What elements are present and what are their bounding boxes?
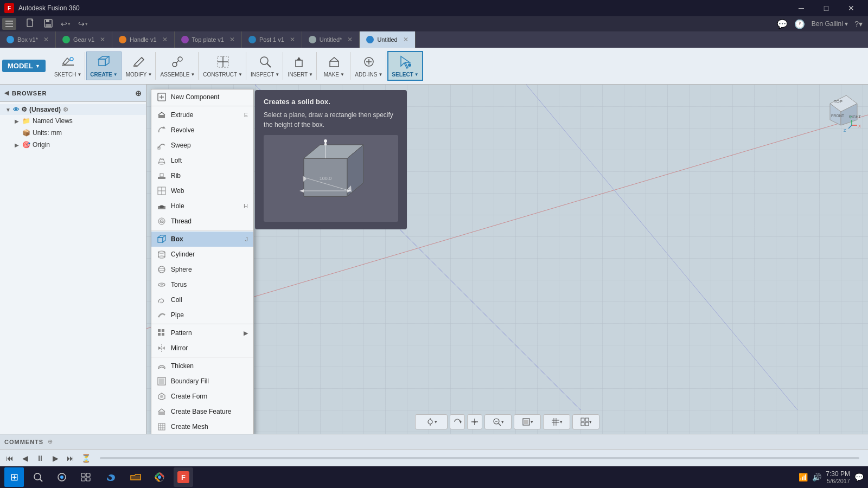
menu-item-mirror[interactable]: Mirror — [151, 341, 253, 356]
menu-item-thread[interactable]: Thread — [151, 214, 253, 229]
toolbar-addins[interactable]: ADD-INS ▼ — [352, 52, 386, 80]
timeline-skip-end[interactable]: ⏭ — [65, 453, 76, 464]
menu-item-web[interactable]: Web — [151, 183, 253, 198]
file-button[interactable] — [23, 17, 39, 31]
view-ctrl-pan[interactable] — [467, 414, 482, 429]
item-label: Coil — [171, 296, 248, 304]
timeline-track[interactable] — [100, 457, 859, 459]
tab-close-icon[interactable]: ✕ — [229, 36, 235, 43]
tab-close-icon[interactable]: ✕ — [162, 36, 168, 43]
tab-close-icon[interactable]: ✕ — [43, 36, 49, 43]
toolbar-create[interactable]: CREATE ▼ — [86, 52, 121, 80]
menu-item-loft[interactable]: Loft — [151, 153, 253, 168]
menu-item-pipe[interactable]: Pipe — [151, 307, 253, 323]
menu-item-new-component[interactable]: New Component — [151, 89, 253, 105]
menu-item-create-mesh[interactable]: Create Mesh — [151, 419, 253, 434]
timeline-play[interactable]: ⏸ — [35, 453, 46, 464]
root-visibility-icon[interactable]: 👁 — [13, 106, 19, 113]
tab-close-icon[interactable]: ✕ — [290, 36, 295, 43]
menu-item-boundary-fill[interactable]: Boundary Fill — [151, 374, 253, 389]
browser-add-icon[interactable]: ⊕ — [135, 89, 142, 98]
tab-close-icon[interactable]: ✕ — [347, 36, 353, 43]
menu-item-thicken[interactable]: Thicken — [151, 358, 253, 374]
tab-untitled-star[interactable]: Untitled* ✕ — [302, 31, 360, 48]
toolbar-inspect[interactable]: INSPECT ▼ — [247, 52, 283, 80]
tab-close-icon[interactable]: ✕ — [100, 36, 105, 43]
menu-item-torus[interactable]: Torus — [151, 277, 253, 292]
view-ctrl-viewport[interactable]: ▾ — [572, 414, 599, 429]
tab-untitled[interactable]: Untitled ✕ — [360, 31, 415, 48]
toolbar-select[interactable]: SELECT ▼ — [387, 51, 423, 81]
menu-item-hole[interactable]: Hole H — [151, 198, 253, 214]
edge-taskbar-btn[interactable] — [100, 467, 122, 487]
view-ctrl-grid[interactable]: ▾ — [543, 414, 570, 429]
view-ctrl-snap[interactable]: ▾ — [415, 414, 448, 429]
menu-item-cylinder[interactable]: Cylinder — [151, 247, 253, 262]
history-button[interactable]: 🕐 — [791, 17, 808, 31]
toolbar-make[interactable]: MAKE ▼ — [318, 52, 350, 80]
tab-gear-v1[interactable]: Gear v1 ✕ — [56, 31, 112, 48]
tab-top-plate-v1[interactable]: Top plate v1 ✕ — [175, 31, 242, 48]
navigation-cube[interactable]: TOP FRONT RIGHT X Y Z — [819, 90, 863, 133]
item-expand-icon[interactable]: ▶ — [13, 117, 21, 125]
tab-handle-v1[interactable]: Handle v1 ✕ — [112, 31, 175, 48]
item-label: Thread — [171, 217, 248, 225]
separator — [151, 230, 253, 230]
explorer-taskbar-btn[interactable] — [126, 467, 145, 487]
save-button[interactable] — [40, 17, 56, 31]
timeline-prev[interactable]: ◀ — [20, 453, 30, 464]
menu-item-extrude[interactable]: Extrude E — [151, 107, 253, 123]
canvas-area[interactable]: New Component Extrude E Revolve — [146, 85, 868, 434]
view-ctrl-zoom[interactable]: ▾ — [484, 414, 512, 429]
help-button[interactable]: ?▾ — [851, 18, 866, 30]
toolbar-construct[interactable]: CONSTRUCT ▼ — [200, 52, 246, 80]
maximize-button[interactable]: □ — [814, 0, 839, 16]
toolbar-modify[interactable]: MODIFY ▼ — [123, 52, 156, 80]
task-view-button[interactable] — [76, 467, 95, 487]
app-menu-icon[interactable] — [2, 18, 16, 30]
timeline-settings[interactable]: ⏳ — [80, 453, 91, 464]
model-mode-button[interactable]: MODEL ▼ — [2, 60, 46, 72]
redo-button[interactable]: ↪▾ — [75, 18, 91, 30]
menu-item-pattern[interactable]: Pattern ▶ — [151, 325, 253, 341]
root-settings-icon[interactable]: ⚙ — [63, 106, 68, 113]
root-item[interactable]: ▼ 👁 ⚙ (Unsaved) ⚙ — [0, 104, 146, 115]
notifications-button[interactable]: 💬 — [774, 17, 791, 31]
toolbar-sketch[interactable]: SKETCH ▼ — [51, 52, 85, 80]
toolbar-assemble[interactable]: ASSEMBLE ▼ — [157, 52, 199, 80]
item-expand-icon[interactable]: ▶ — [13, 141, 21, 149]
menu-item-rib[interactable]: Rib — [151, 168, 253, 183]
menu-item-sphere[interactable]: Sphere — [151, 262, 253, 277]
menu-item-revolve[interactable]: Revolve — [151, 123, 253, 138]
toolbar-insert[interactable]: INSERT ▼ — [284, 52, 317, 80]
named-views-item[interactable]: ▶ 📁 Named Views — [0, 115, 146, 127]
origin-item[interactable]: ▶ 🎯 Origin — [0, 139, 146, 151]
menu-item-create-base-feature[interactable]: Create Base Feature — [151, 404, 253, 419]
fusion360-taskbar-btn[interactable]: F — [174, 467, 193, 487]
chrome-taskbar-btn[interactable] — [150, 467, 169, 487]
root-collapse-icon[interactable]: ▼ — [4, 106, 12, 113]
units-item[interactable]: 📦 Units: mm — [0, 127, 146, 139]
search-button[interactable] — [28, 467, 48, 487]
tab-label: Untitled* — [320, 36, 342, 43]
tab-close-icon[interactable]: ✕ — [403, 36, 409, 43]
timeline-next[interactable]: ▶ — [50, 453, 61, 464]
comments-expand-icon[interactable]: ⊕ — [48, 438, 53, 445]
minimize-button[interactable]: ─ — [789, 0, 814, 16]
sidebar-collapse-icon[interactable]: ◀ — [4, 89, 9, 97]
start-button[interactable]: ⊞ — [4, 467, 24, 487]
timeline-skip-start[interactable]: ⏮ — [4, 453, 15, 464]
tab-box-v1[interactable]: Box v1* ✕ — [0, 31, 56, 48]
menu-item-box[interactable]: Box J — [151, 232, 253, 247]
cortana-button[interactable] — [52, 467, 72, 487]
view-ctrl-display[interactable]: ▾ — [514, 414, 541, 429]
menu-item-create-form[interactable]: Create Form — [151, 389, 253, 404]
tab-post-1-v1[interactable]: Post 1 v1 ✕ — [242, 31, 302, 48]
notification-icon[interactable]: 💬 — [854, 473, 864, 481]
undo-button[interactable]: ↩▾ — [58, 18, 74, 30]
menu-item-coil[interactable]: Coil — [151, 292, 253, 307]
menu-item-sweep[interactable]: Sweep — [151, 138, 253, 153]
user-menu[interactable]: Ben Gallini ▾ — [808, 18, 851, 29]
view-ctrl-orbit[interactable] — [450, 414, 465, 429]
close-button[interactable]: ✕ — [839, 0, 864, 16]
